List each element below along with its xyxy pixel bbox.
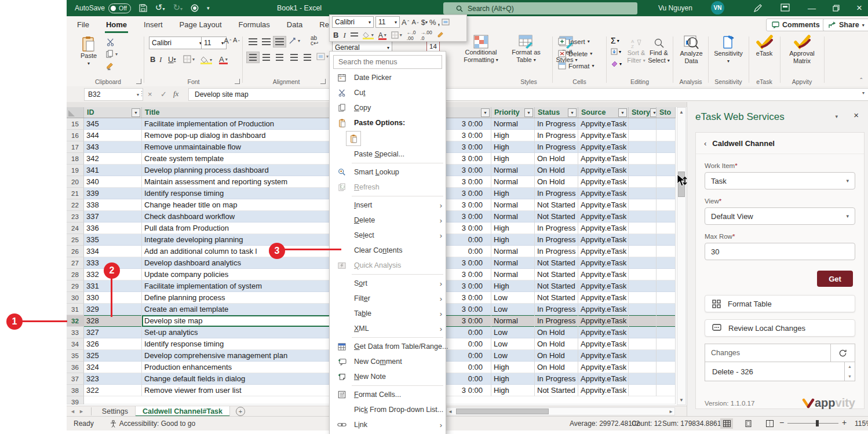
menu-item-smart-lookup[interactable]: Smart Lookup: [330, 165, 446, 180]
mini-currency-icon[interactable]: $▾: [421, 18, 428, 27]
cell-story[interactable]: [629, 315, 657, 327]
row-number[interactable]: 24: [67, 223, 84, 234]
close-button[interactable]: ×: [848, 0, 868, 16]
select-all-corner[interactable]: [67, 107, 84, 118]
mini-italic-button[interactable]: I: [343, 31, 345, 40]
normal-view-icon[interactable]: [720, 418, 733, 429]
sheet-nav-left-icon[interactable]: ◄: [67, 406, 79, 417]
mini-format-painter-icon[interactable]: [437, 31, 445, 39]
cell-sto[interactable]: [657, 373, 676, 385]
cell-status[interactable]: In Progress: [535, 130, 578, 141]
filter-icon[interactable]: ▼: [650, 108, 657, 117]
cell-sto[interactable]: [657, 141, 676, 153]
scroll-down-icon[interactable]: ▼: [848, 374, 852, 378]
cell-sto[interactable]: [657, 223, 676, 234]
column-header-sto[interactable]: Sto: [657, 107, 676, 118]
cell-priority[interactable]: Normal: [491, 246, 535, 257]
work-item-select[interactable]: Task▾: [705, 172, 855, 189]
cell-priority[interactable]: Normal: [491, 211, 535, 223]
row-number[interactable]: 15: [67, 118, 84, 130]
cell-id[interactable]: 328: [84, 315, 142, 327]
cell-sto[interactable]: [657, 385, 676, 396]
cell-source[interactable]: Appvity.eTask: [578, 304, 629, 315]
cell-title[interactable]: Remove viewer from user list: [142, 385, 348, 396]
font-size-combo[interactable]: 11▾: [201, 37, 227, 49]
filter-icon[interactable]: ▼: [568, 108, 577, 117]
sort-filter-button[interactable]: AZ Sort & Filter ▾: [626, 38, 647, 64]
cell-priority[interactable]: High: [491, 130, 535, 141]
pane-close-icon[interactable]: ×: [854, 110, 859, 120]
sheet-nav-right-icon[interactable]: ►: [79, 406, 87, 417]
mini-increase-font-icon[interactable]: A⌃: [402, 18, 410, 27]
cell-priority[interactable]: High: [491, 153, 535, 165]
menu-item-clear-contents[interactable]: Clear Contents: [330, 243, 446, 258]
cell-source[interactable]: Appvity.eTask: [578, 165, 629, 176]
cell-priority[interactable]: Normal: [491, 118, 535, 130]
borders-button[interactable]: ▾: [183, 55, 195, 63]
row-number[interactable]: 23: [67, 211, 84, 223]
cell-priority[interactable]: Normal: [491, 315, 535, 327]
cell-id[interactable]: 334: [84, 246, 142, 257]
cell-id[interactable]: 340: [84, 176, 142, 188]
row-number[interactable]: 17: [67, 141, 84, 153]
cell-id[interactable]: 327: [84, 327, 142, 338]
cell-story[interactable]: [629, 234, 657, 246]
format-cells-button[interactable]: Format▾: [558, 61, 594, 71]
cell-sto[interactable]: [657, 257, 676, 269]
row-number[interactable]: 21: [67, 188, 84, 199]
cell-story[interactable]: [629, 141, 657, 153]
row-number[interactable]: 36: [67, 362, 84, 373]
cell-id[interactable]: 342: [84, 153, 142, 165]
cell-priority[interactable]: Low: [491, 292, 535, 304]
change-item[interactable]: Delete - 326: [705, 362, 844, 381]
row-number[interactable]: 37: [67, 373, 84, 385]
cell-id[interactable]: 330: [84, 292, 142, 304]
menu-item-new-note[interactable]: New Note: [330, 369, 446, 384]
new-sheet-button[interactable]: +: [230, 406, 251, 417]
row-number[interactable]: 22: [67, 199, 84, 211]
cell-story[interactable]: [629, 246, 657, 257]
menu-item-insert[interactable]: Insert›: [330, 198, 446, 213]
cell-id[interactable]: 345: [84, 118, 142, 130]
alignment-dialog-launcher-icon[interactable]: [320, 79, 326, 84]
autosum-button[interactable]: Σ▾: [611, 36, 619, 45]
cell-priority[interactable]: Normal: [491, 165, 535, 176]
refresh-changes-button[interactable]: [831, 344, 855, 362]
orientation-button[interactable]: ▾: [289, 37, 300, 45]
cell-status[interactable]: On Hold: [535, 176, 578, 188]
tab-home[interactable]: Home: [105, 16, 128, 33]
paste-button[interactable]: Paste▾: [77, 36, 100, 67]
cell-sto[interactable]: [657, 165, 676, 176]
cell-title[interactable]: Identify response timing: [142, 188, 348, 199]
zoom-in-icon[interactable]: +: [842, 418, 847, 427]
cell-source[interactable]: Appvity.eTask: [578, 153, 629, 165]
user-name[interactable]: Vu Nguyen: [658, 4, 692, 12]
scroll-up-icon[interactable]: ▲: [677, 108, 685, 116]
font-color-button[interactable]: A▾: [219, 54, 228, 64]
redo-button[interactable]: ↻▾: [173, 0, 183, 17]
autosave-toggle[interactable]: Off: [108, 3, 131, 13]
cell-priority[interactable]: Low: [491, 338, 535, 350]
cell-title[interactable]: Develop comprehensive management plan: [142, 350, 348, 362]
cell-source[interactable]: Appvity.eTask: [578, 280, 629, 292]
cell-sto[interactable]: [657, 130, 676, 141]
row-number[interactable]: 27: [67, 257, 84, 269]
menu-item-date-picker[interactable]: Date Picker: [330, 70, 446, 85]
cell-source[interactable]: Appvity.eTask: [578, 257, 629, 269]
cell-id[interactable]: 344: [84, 130, 142, 141]
increase-indent-icon[interactable]: [301, 52, 314, 63]
tab-insert[interactable]: Insert: [143, 16, 164, 33]
column-header-id[interactable]: ID▼: [84, 107, 142, 118]
menu-item-cut[interactable]: Cut: [330, 85, 446, 100]
cell-title[interactable]: Integrate developing planning: [142, 234, 348, 246]
approval-matrix-button[interactable]: Approval Matrix: [786, 35, 818, 65]
fill-button[interactable]: ▾: [611, 48, 621, 55]
cell-source[interactable]: Appvity.eTask: [578, 350, 629, 362]
mini-font-name-combo[interactable]: Calibri▾: [332, 16, 374, 28]
menu-item-sort[interactable]: Sort›: [330, 276, 446, 291]
cell-story[interactable]: [629, 257, 657, 269]
cell-status[interactable]: On Hold: [535, 327, 578, 338]
cell-priority[interactable]: Normal: [491, 176, 535, 188]
get-button[interactable]: Get: [817, 271, 853, 287]
mini-percent-icon[interactable]: %: [429, 18, 436, 27]
